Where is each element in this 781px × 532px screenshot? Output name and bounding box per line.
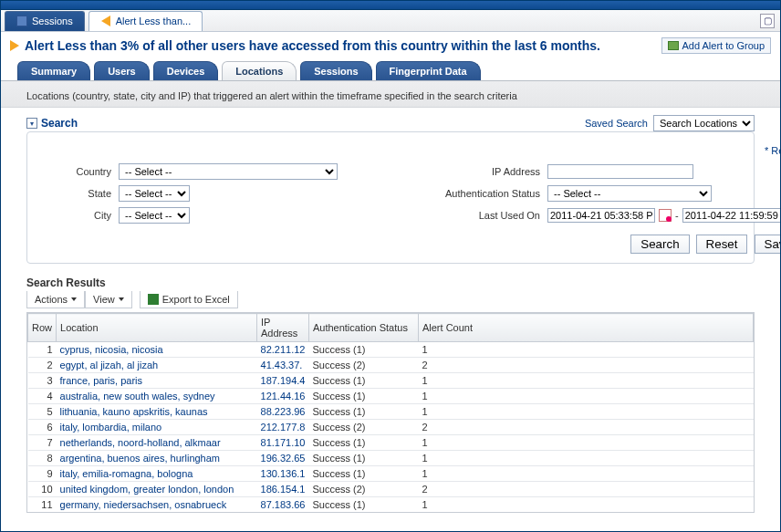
cell-location[interactable]: argentina, buenos aires, hurlingham [57, 451, 257, 466]
cell-location[interactable]: italy, emilia-romagna, bologna [57, 466, 257, 482]
cell-alert-count: 1 [418, 435, 753, 451]
view-menu[interactable]: View [85, 291, 132, 308]
cell-location[interactable]: netherlands, noord-holland, alkmaar [57, 435, 257, 451]
cell-alert-count: 1 [418, 373, 753, 389]
excel-icon [148, 294, 159, 305]
cell-location[interactable]: germany, niedersachsen, osnabrueck [57, 497, 257, 513]
subtab-users[interactable]: Users [94, 61, 150, 80]
table-row[interactable]: 8argentina, buenos aires, hurlingham196.… [28, 451, 754, 466]
last-used-from-input[interactable] [547, 208, 655, 223]
cell-alert-count: 2 [418, 482, 753, 497]
sessions-icon [16, 16, 27, 26]
cell-row-num: 12 [28, 513, 57, 514]
saved-search-label: Saved Search [585, 118, 648, 129]
table-row[interactable]: 12germany, hessen, frankfurt am main54.1… [28, 513, 754, 514]
col-ip[interactable]: IP Address [257, 314, 309, 342]
cell-ip[interactable]: 212.177.8 [257, 420, 309, 435]
table-row[interactable]: 4australia, new south wales, sydney121.4… [28, 389, 754, 404]
calendar-from-icon[interactable] [659, 209, 672, 222]
city-select[interactable]: -- Select -- [119, 207, 190, 224]
results-toolbar: Actions View Export to Excel [26, 291, 755, 308]
cell-location[interactable]: lithuania, kauno apskritis, kaunas [57, 404, 257, 420]
cell-ip[interactable]: 196.32.65 [257, 451, 309, 466]
add-alert-to-group-button[interactable]: Add Alert to Group [661, 37, 772, 54]
date-separator: - [675, 210, 679, 221]
chevron-down-icon [119, 297, 124, 301]
table-row[interactable]: 7netherlands, noord-holland, alkmaar81.1… [28, 435, 754, 451]
cell-location[interactable]: cyprus, nicosia, nicosia [57, 342, 257, 358]
cell-row-num: 6 [28, 420, 57, 435]
auth-status-label: Authentication Status [411, 188, 547, 199]
page-title: Alert Less than 3% of all other users ha… [25, 38, 600, 53]
table-row[interactable]: 1cyprus, nicosia, nicosia82.211.12Succes… [28, 342, 754, 358]
ip-input[interactable] [547, 164, 693, 179]
subtab-fingerprint[interactable]: Fingerprint Data [376, 61, 481, 80]
collapse-search-toggle[interactable]: ▾ [26, 118, 37, 129]
table-row[interactable]: 10united kingdom, greater london, london… [28, 482, 754, 497]
state-select[interactable]: -- Select -- [119, 185, 190, 202]
cell-auth: Success (1) [308, 466, 418, 482]
table-row[interactable]: 11germany, niedersachsen, osnabrueck87.1… [28, 497, 754, 513]
cell-ip[interactable]: 130.136.1 [257, 466, 309, 482]
last-used-to-input[interactable] [682, 208, 780, 223]
cell-ip[interactable]: 186.154.1 [257, 482, 309, 497]
cell-ip[interactable]: 87.183.66 [257, 497, 309, 513]
cell-row-num: 7 [28, 435, 57, 451]
cell-ip[interactable]: 54.108.2 [257, 513, 309, 514]
tab-description: Locations (country, state, city and IP) … [1, 81, 780, 108]
cell-location[interactable]: egypt, al jizah, al jizah [57, 358, 257, 373]
subtab-locations[interactable]: Locations [222, 61, 297, 80]
cell-alert-count: 1 [418, 404, 753, 420]
cell-row-num: 9 [28, 466, 57, 482]
col-alert-count[interactable]: Alert Count [418, 314, 753, 342]
close-tab-button[interactable]: ▢ [760, 14, 775, 28]
search-button[interactable]: Search [630, 235, 689, 254]
col-row[interactable]: Row [28, 314, 57, 342]
table-row[interactable]: 6italy, lombardia, milano212.177.8Succes… [28, 420, 754, 435]
country-select[interactable]: -- Select -- [119, 163, 338, 180]
page-icon: ▢ [764, 16, 772, 26]
cell-location[interactable]: france, paris, paris [57, 373, 257, 389]
cell-ip[interactable]: 81.171.10 [257, 435, 309, 451]
results-table-container[interactable]: Row Location IP Address Authentication S… [26, 312, 755, 513]
cell-ip[interactable]: 82.211.12 [257, 342, 309, 358]
subtab-sessions[interactable]: Sessions [300, 61, 371, 80]
tab-sessions[interactable]: Sessions [5, 11, 85, 31]
cell-location[interactable]: germany, hessen, frankfurt am main [57, 513, 257, 514]
saved-search-select[interactable]: Search Locations [653, 115, 755, 131]
cell-row-num: 1 [28, 342, 57, 358]
cell-auth: Success (2) [308, 482, 418, 497]
auth-status-select[interactable]: -- Select -- [547, 185, 712, 202]
group-icon [668, 41, 679, 50]
tab-alert-label: Alert Less than... [116, 16, 192, 26]
tab-alert[interactable]: Alert Less than... [89, 11, 203, 31]
cell-row-num: 2 [28, 358, 57, 373]
cell-alert-count: 2 [418, 358, 753, 373]
table-row[interactable]: 9italy, emilia-romagna, bologna130.136.1… [28, 466, 754, 482]
country-label: Country [36, 166, 119, 177]
table-row[interactable]: 2egypt, al jizah, al jizah41.43.37.Succe… [28, 358, 754, 373]
subtab-devices[interactable]: Devices [153, 61, 219, 80]
cell-alert-count: 1 [418, 342, 753, 358]
export-excel-button[interactable]: Export to Excel [140, 291, 238, 308]
col-auth[interactable]: Authentication Status [308, 314, 418, 342]
content-scroll[interactable]: ▾ Search Saved Search Search Locations R… [1, 108, 780, 531]
save-search-button[interactable]: Save... [755, 235, 781, 254]
actions-menu[interactable]: Actions [26, 291, 85, 308]
cell-ip[interactable]: 121.44.16 [257, 389, 309, 404]
table-row[interactable]: 3france, paris, paris187.194.4Success (1… [28, 373, 754, 389]
col-location[interactable]: Location [57, 314, 257, 342]
cell-location[interactable]: australia, new south wales, sydney [57, 389, 257, 404]
cell-row-num: 10 [28, 482, 57, 497]
cell-auth: Success (1) [308, 513, 418, 514]
subtab-summary[interactable]: Summary [17, 61, 90, 80]
cell-ip[interactable]: 88.223.96 [257, 404, 309, 420]
cell-location[interactable]: united kingdom, greater london, london [57, 482, 257, 497]
reset-button[interactable]: Reset [696, 235, 748, 254]
table-row[interactable]: 5lithuania, kauno apskritis, kaunas88.22… [28, 404, 754, 420]
cell-auth: Success (1) [308, 389, 418, 404]
tab-sessions-label: Sessions [32, 16, 73, 26]
cell-ip[interactable]: 41.43.37. [257, 358, 309, 373]
cell-ip[interactable]: 187.194.4 [257, 373, 309, 389]
cell-location[interactable]: italy, lombardia, milano [57, 420, 257, 435]
